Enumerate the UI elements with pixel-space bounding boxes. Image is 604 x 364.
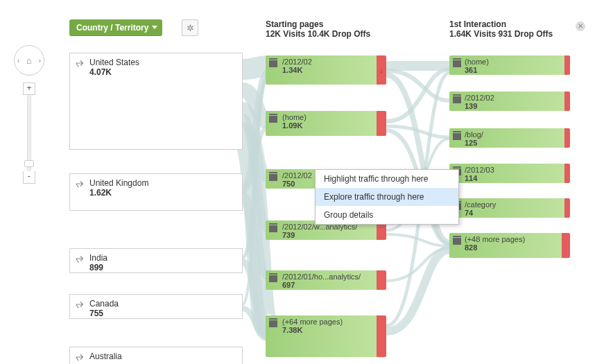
page-label: /category [465,200,560,209]
nav-dial[interactable]: ‹ ⌂ › [14,45,44,76]
country-value: 899 [89,263,236,272]
menu-item-group-details[interactable]: Group details [316,206,458,224]
country-name: India [89,253,236,263]
country-name: Australia [89,352,236,361]
zoom-slider[interactable] [27,95,31,171]
country-node[interactable]: United States 4.07K [69,53,243,150]
close-column-button[interactable]: ✕ [576,21,585,31]
send-arrow-icon [76,300,85,309]
zoom-handle[interactable] [24,160,34,167]
page-value: 1.09K [282,121,372,130]
page-label: /2012/01/ho...analytics/ [282,272,372,281]
col-sub: 12K Visits 10.4K Drop Offs [266,29,370,39]
page-value: 361 [465,66,560,74]
country-node[interactable]: India 899 [69,248,243,273]
zoom-in-button[interactable]: + [23,83,35,95]
country-name: Canada [89,299,236,309]
settings-button[interactable]: ✲ [182,19,198,36]
home-icon[interactable]: ⌂ [26,55,32,66]
page-icon [269,116,277,123]
dropoff-bar [564,198,570,218]
country-value: 4.07K [89,67,236,77]
send-arrow-icon [76,352,85,362]
dimension-label: Country / Territory [76,23,148,33]
page-label: /blog/ [465,130,560,139]
menu-item-highlight[interactable]: Highlight traffic through here [316,170,458,188]
page-value: 7.38K [282,326,372,334]
down-arrow-icon: ↓ [379,66,383,74]
col-header-starting: Starting pages 12K Visits 10.4K Drop Off… [266,19,370,39]
page-icon [453,238,461,245]
col-title: 1st Interaction [449,19,553,29]
page-label: (home) [465,58,560,66]
page-icon [269,225,277,232]
col-header-first: 1st Interaction 1.64K Visits 931 Drop Of… [449,19,553,39]
page-node-more[interactable]: (+48 more pages) 828 [449,233,570,258]
page-value: 114 [465,174,560,182]
page-label: /2012/03 [465,166,560,174]
dropoff-bar [564,55,570,75]
dropoff-bar [377,315,386,357]
page-icon [269,60,277,67]
page-icon [453,60,461,67]
send-arrow-icon [76,254,85,263]
country-value: 755 [89,309,236,318]
page-label: /2012/02 [465,94,560,102]
page-node[interactable]: /category 74 [449,198,570,218]
page-node[interactable]: /2012/03 114 [449,164,570,183]
country-name: United Kingdom [89,178,236,188]
dimension-selector[interactable]: Country / Territory [69,19,162,36]
page-label: (+48 more pages) [465,235,558,243]
country-value: 1.62K [89,188,236,198]
page-node[interactable]: /2012/01/ho...analytics/ 697 [266,270,386,290]
dropoff-bar [377,270,386,290]
page-icon [453,133,461,140]
page-value: 1.34K [282,66,372,74]
page-icon [269,174,277,181]
dropoff-bar: ↓ [377,55,386,85]
page-node-more[interactable]: (+64 more pages) 7.38K [266,315,386,357]
page-value: 739 [282,231,372,239]
page-label: (+64 more pages) [282,318,372,326]
context-menu: Highlight traffic through here Explore t… [315,169,459,225]
zoom-out-button[interactable]: - [23,171,35,184]
country-node[interactable]: United Kingdom 1.62K [69,173,243,211]
page-icon [269,275,277,282]
page-label: (home) [282,113,372,121]
page-node[interactable]: (home) 361 [449,55,570,75]
col-sub: 1.64K Visits 931 Drop Offs [449,29,553,39]
page-value: 74 [465,209,560,217]
col-title: Starting pages [266,19,370,29]
page-node[interactable]: /2012/02 1.34K ↓ [266,55,386,85]
nav-right-icon: › [39,57,41,64]
page-value: 828 [465,243,558,252]
gear-icon: ✲ [187,23,194,33]
dropoff-bar [564,128,570,148]
country-node[interactable]: Canada 755 [69,294,243,319]
dropoff-bar [377,111,386,136]
page-value: 125 [465,139,560,147]
chevron-down-icon [152,26,157,29]
page-label: /2012/02 [282,58,372,66]
send-arrow-icon [76,179,85,189]
menu-item-explore[interactable]: Explore traffic through here [316,188,458,206]
page-value: 697 [282,281,372,289]
page-node[interactable]: /blog/ 125 [449,128,570,148]
page-icon [453,96,461,103]
dropoff-bar [564,164,570,183]
country-name: United States [89,58,236,67]
page-node[interactable]: /2012/02 139 [449,92,570,111]
send-arrow-icon [76,58,85,68]
country-node[interactable]: Australia [69,347,243,364]
dropoff-bar [564,92,570,111]
page-value: 139 [465,102,560,110]
page-node[interactable]: (home) 1.09K [266,111,386,136]
dropoff-bar [562,233,570,258]
nav-left-icon: ‹ [17,57,19,64]
page-icon [269,320,277,327]
